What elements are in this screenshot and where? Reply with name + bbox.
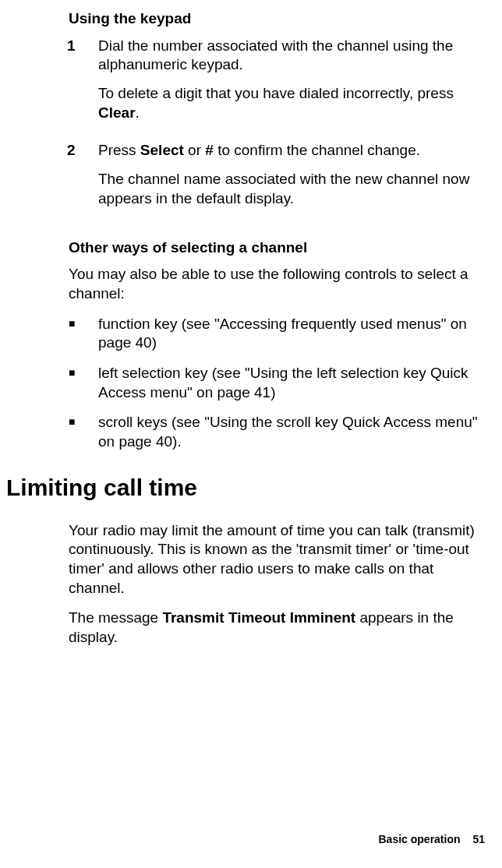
text: To delete a digit that you have dialed i…	[98, 85, 454, 101]
step-number: 1	[67, 37, 98, 132]
step-content: Dial the number associated with the chan…	[98, 37, 485, 132]
limiting-heading: Limiting call time	[6, 472, 485, 503]
page-content: Using the keypad 1 Dial the number assoc…	[0, 0, 502, 647]
bullet-text: scroll keys (see "Using the scroll key Q…	[98, 413, 485, 451]
step-para: To delete a digit that you have dialed i…	[98, 84, 485, 122]
bullet-square-icon: ■	[69, 413, 98, 451]
page-footer: Basic operation 51	[379, 832, 486, 846]
step-para: Dial the number associated with the chan…	[98, 37, 485, 75]
step-content: Press Select or # to confirm the channel…	[98, 141, 485, 217]
step-para: Press Select or # to confirm the channel…	[98, 141, 485, 161]
other-heading: Other ways of selecting a channel	[69, 238, 485, 258]
other-ways-section: Other ways of selecting a channel You ma…	[69, 238, 485, 452]
text: The channel name associated with the new…	[98, 171, 469, 206]
limiting-para1: Your radio may limit the amount of time …	[69, 521, 485, 598]
footer-label: Basic operation	[379, 833, 461, 845]
step-2: 2 Press Select or # to confirm the chann…	[67, 141, 485, 217]
text: or	[184, 142, 205, 158]
text: Press	[98, 142, 140, 158]
bullet-item: ■ function key (see "Accessing frequentl…	[69, 315, 485, 353]
text: Dial the number associated with the chan…	[98, 37, 453, 73]
bullet-square-icon: ■	[69, 364, 98, 402]
text: to confirm the channel change.	[214, 142, 420, 158]
bullet-item: ■ scroll keys (see "Using the scroll key…	[69, 413, 485, 451]
bullet-item: ■ left selection key (see "Using the lef…	[69, 364, 485, 402]
bullet-text: function key (see "Accessing frequently …	[98, 315, 485, 353]
step-number: 2	[67, 141, 98, 217]
text: The message	[69, 609, 162, 626]
step-1: 1 Dial the number associated with the ch…	[67, 37, 485, 132]
bold-text: Transmit Timeout Imminent	[162, 609, 355, 626]
bold-text: #	[205, 142, 214, 158]
bold-text: Select	[140, 142, 184, 158]
text: .	[136, 104, 140, 121]
bullet-text: left selection key (see "Using the left …	[98, 364, 485, 402]
limiting-para2: The message Transmit Timeout Imminent ap…	[69, 609, 485, 647]
bullet-square-icon: ■	[69, 315, 98, 353]
step-para: The channel name associated with the new…	[98, 170, 485, 208]
bold-text: Clear	[98, 104, 136, 121]
footer-page-number: 51	[472, 833, 485, 845]
keypad-heading: Using the keypad	[69, 9, 485, 29]
intro-para: You may also be able to use the followin…	[69, 265, 485, 303]
